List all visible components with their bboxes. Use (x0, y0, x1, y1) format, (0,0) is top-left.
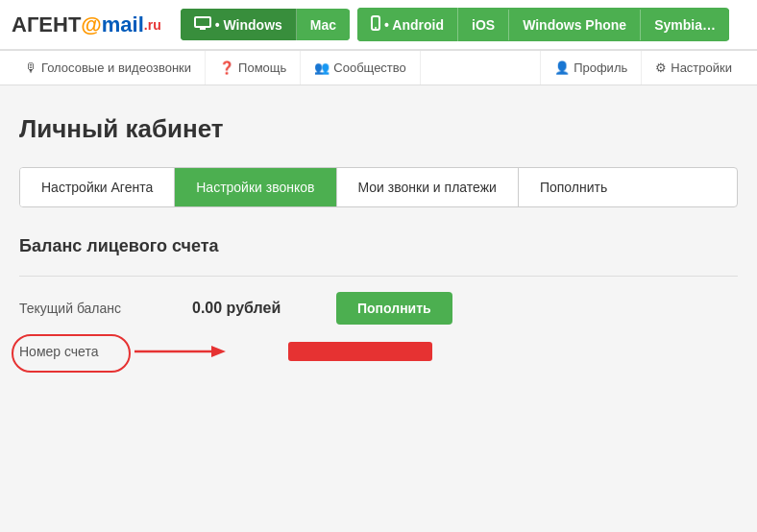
tab-calls-payments[interactable]: Мои звонки и платежи (337, 168, 519, 206)
account-number (288, 342, 432, 361)
tab-topup[interactable]: Пополнить (519, 168, 628, 206)
android-label: • Android (384, 17, 444, 33)
balance-row: Текущий баланс 0.00 рублей Пополнить (19, 292, 738, 325)
page-title: Личный кабинет (19, 114, 738, 144)
arrow-icon (134, 340, 231, 363)
mac-label: Mac (310, 17, 336, 33)
account-row: Номер счета (19, 342, 738, 361)
section-title: Баланс лицевого счета (19, 236, 738, 256)
tab-call-settings[interactable]: Настройки звонков (175, 168, 336, 206)
windows-label: • Windows (215, 17, 282, 33)
windows-phone-label: Windows Phone (523, 17, 626, 33)
subnav-help[interactable]: ❓ Помощь (206, 51, 301, 85)
balance-value: 0.00 рублей (192, 300, 317, 317)
subnav-calls[interactable]: 🎙 Голосовые и видеозвонки (12, 51, 206, 85)
tab-agent-settings[interactable]: Настройки Агента (20, 168, 175, 206)
calls-icon: 🎙 (25, 60, 37, 75)
phone-icon (371, 15, 380, 34)
community-icon: 👥 (314, 60, 330, 75)
svg-point-3 (375, 27, 377, 29)
subnav-right: 👤 Профиль ⚙ Настройки (540, 51, 745, 85)
community-label: Сообщество (333, 60, 406, 75)
monitor-icon (194, 16, 211, 33)
subnav-community[interactable]: 👥 Сообщество (301, 51, 421, 85)
main-content: Личный кабинет Настройки Агента Настройк… (0, 85, 757, 380)
subnav-profile[interactable]: 👤 Профиль (540, 51, 641, 85)
logo[interactable]: АГЕНТ@mail.ru (12, 12, 161, 37)
nav-btn-symbian[interactable]: Symbia… (641, 10, 729, 40)
svg-marker-5 (211, 346, 226, 357)
tabs: Настройки Агента Настройки звонков Мои з… (19, 167, 738, 207)
symbian-label: Symbia… (654, 17, 716, 33)
balance-label: Текущий баланс (19, 301, 192, 316)
nav-btn-windows-phone[interactable]: Windows Phone (509, 10, 641, 40)
help-icon: ❓ (219, 60, 234, 75)
sub-nav: 🎙 Голосовые и видеозвонки ❓ Помощь 👥 Соо… (0, 51, 757, 85)
svg-rect-0 (195, 17, 210, 27)
nav-btn-windows[interactable]: • Windows (181, 9, 297, 40)
arrow-annotation (134, 340, 231, 363)
settings-label: Настройки (671, 60, 732, 75)
ios-label: iOS (472, 17, 495, 33)
help-label: Помощь (238, 60, 286, 75)
desktop-nav-group: • Windows Mac (181, 9, 350, 40)
logo-tld: .ru (144, 17, 161, 33)
nav-btn-mac[interactable]: Mac (297, 10, 350, 40)
profile-label: Профиль (574, 60, 627, 75)
divider (19, 276, 738, 277)
logo-brand: mail (102, 12, 144, 37)
platform-nav: • Windows Mac • Android iOS Wi (181, 8, 729, 41)
logo-prefix: АГЕНТ (12, 12, 81, 37)
settings-icon: ⚙ (655, 60, 667, 75)
header: АГЕНТ@mail.ru • Windows Mac (0, 0, 757, 51)
mobile-nav-group: • Android iOS Windows Phone Symbia… (357, 8, 729, 41)
topup-button[interactable]: Пополнить (336, 292, 452, 325)
nav-btn-android[interactable]: • Android (357, 8, 458, 41)
profile-icon: 👤 (554, 60, 570, 75)
svg-rect-1 (200, 28, 206, 30)
balance-section: Баланс лицевого счета Текущий баланс 0.0… (19, 236, 738, 361)
nav-btn-ios[interactable]: iOS (458, 10, 509, 40)
logo-at: @ (81, 12, 101, 37)
calls-label: Голосовые и видеозвонки (41, 60, 191, 75)
subnav-settings[interactable]: ⚙ Настройки (641, 51, 745, 85)
